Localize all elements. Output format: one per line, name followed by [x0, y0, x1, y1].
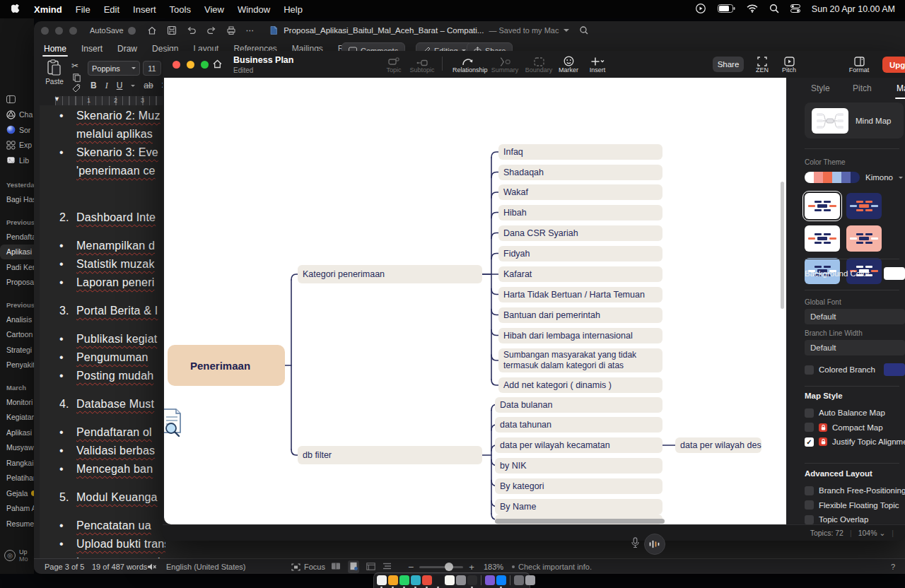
pitch-button[interactable]: Pitch [773, 54, 805, 74]
dock-app-6[interactable] [433, 575, 443, 585]
zoom-button[interactable] [201, 61, 209, 69]
sidebar-nav-exp[interactable]: Exp [0, 138, 34, 153]
tab-draw[interactable]: Draw [117, 44, 137, 54]
subtopic[interactable]: by NIK [495, 458, 662, 474]
sidebar-nav-lib[interactable]: Lib [0, 153, 34, 168]
map-style-justify-topic-alignment[interactable]: ✓Justify Topic Alignment [805, 436, 905, 447]
sidebar-chat-item[interactable]: Resume [0, 516, 34, 531]
subtopic[interactable]: By kategori [495, 478, 662, 494]
checkbox[interactable] [805, 515, 814, 524]
xmind-doc-title[interactable]: Business Plan Edited [233, 55, 293, 74]
web-layout-icon[interactable] [366, 563, 375, 572]
canvas-zoom-level[interactable]: 104% ⌄ [858, 529, 886, 537]
sidebar-chat-item[interactable]: Bagi Has [0, 192, 34, 208]
strikethrough-button[interactable]: ab [144, 81, 153, 90]
subtopic[interactable]: data tahunan [495, 417, 662, 433]
dock-app-9[interactable] [467, 575, 477, 585]
search-icon[interactable] [579, 25, 589, 35]
map-style-compact-map[interactable]: Compact Map [805, 422, 883, 433]
menubar-item-tools[interactable]: Tools [170, 4, 191, 15]
page-indicator[interactable]: Page 3 of 5 [45, 559, 84, 574]
zoom-percentage[interactable]: 183% [484, 559, 503, 574]
sidebar-chat-item[interactable]: Musyaw [0, 440, 34, 456]
dock-app-8[interactable] [456, 575, 466, 585]
font-name-select[interactable]: Poppins [88, 61, 140, 76]
subtopic[interactable]: data per wilayah desa [675, 437, 761, 453]
close-button[interactable] [41, 27, 49, 35]
sidebar-nav-sor[interactable]: Sor [0, 122, 34, 138]
dock-app-3[interactable] [399, 575, 409, 585]
background-color-swatch[interactable] [884, 267, 905, 280]
tab-home[interactable]: Home [44, 44, 66, 54]
control-center-icon[interactable] [790, 4, 800, 15]
sidebar-chat-item[interactable]: Strategi [0, 342, 34, 358]
dock-app-13[interactable] [525, 575, 535, 585]
sidebar-chat-item[interactable]: Monitori [0, 394, 34, 410]
sidebar-toggle-icon[interactable] [0, 92, 34, 107]
tab-stop-marker[interactable]: ▼ [54, 95, 60, 102]
help-button[interactable]: ? [891, 559, 895, 574]
bold-button[interactable]: B [90, 81, 97, 90]
mindmap-canvas[interactable]: PenerimaanKategori penerimaanInfaqShadaq… [164, 78, 786, 524]
subtopic[interactable]: Wakaf [498, 184, 662, 200]
read-mode-icon[interactable] [331, 562, 341, 572]
undo-icon[interactable] [187, 25, 197, 35]
sidebar-chat-item[interactable]: Rangkai [0, 455, 34, 471]
panel-tab-style[interactable]: Style [811, 83, 830, 93]
microphone-icon[interactable] [631, 537, 639, 551]
subtopic[interactable]: Bantuan dari pemerintah [498, 307, 662, 323]
word-count[interactable]: 19 of 487 words [92, 559, 147, 574]
subtopic[interactable]: Infaq [498, 144, 662, 160]
menubar-item-insert[interactable]: Insert [133, 4, 156, 15]
sidebar-chat-item[interactable]: Penyakit [0, 358, 34, 373]
zoom-in-button[interactable]: + [469, 562, 474, 572]
theme-card-2[interactable] [846, 193, 882, 219]
minimize-button[interactable] [55, 27, 63, 35]
menubar-item-edit[interactable]: Edit [104, 4, 119, 15]
dock-app-12[interactable] [514, 575, 524, 585]
underline-button[interactable]: U [117, 81, 123, 90]
format-painter-icon[interactable] [72, 83, 81, 95]
relationship-button[interactable]: Relationship [452, 54, 484, 74]
zoom-button[interactable] [69, 27, 77, 35]
subtopic[interactable]: Add net kategori ( dinamis ) [498, 377, 662, 393]
home-icon[interactable] [147, 25, 157, 35]
advanced-branch-free-positioning[interactable]: Branch Free-Positioning [805, 485, 905, 496]
sidebar-chat-item[interactable]: Analisis [0, 312, 34, 327]
global-font-select[interactable]: Default [805, 309, 905, 324]
print-layout-icon[interactable] [348, 560, 359, 573]
subtopic[interactable]: Sumbangan masyarakat yang tidak termasuk… [498, 348, 662, 372]
advanced-flexible-floating-topic[interactable]: Flexible Floating Topic [805, 500, 899, 511]
menubar-item-window[interactable]: Window [238, 4, 270, 15]
zoom-out-button[interactable]: − [408, 561, 414, 572]
subtopic[interactable]: Dana CSR Syariah [498, 225, 662, 241]
menubar-item-view[interactable]: View [204, 4, 224, 15]
sidebar-chat-item[interactable]: Gejala [0, 486, 34, 501]
checkbox[interactable] [805, 486, 814, 495]
subtopic[interactable]: Harta Tidak Bertuan / Harta Temuan [498, 287, 662, 302]
sidebar-upgrade-button[interactable]: ◎ Up Mo [4, 548, 28, 563]
document-title[interactable]: Proposal_Aplikasi_Baitul_Mal_Aceh_Barat … [284, 26, 484, 35]
battery-icon[interactable] [718, 4, 735, 15]
theme-card-3[interactable] [805, 225, 840, 252]
saved-status[interactable]: — Saved to my Mac [489, 26, 559, 35]
panel-tab-map[interactable]: Map [897, 83, 905, 93]
theme-card-1[interactable] [805, 193, 840, 219]
sidebar-chat-item[interactable]: Pendafta [0, 229, 34, 245]
tab-insert[interactable]: Insert [81, 44, 103, 54]
theme-card-4[interactable] [846, 225, 882, 252]
dock-app-11[interactable] [496, 575, 506, 585]
italic-button[interactable]: I [105, 81, 108, 91]
panel-tab-pitch[interactable]: Pitch [853, 83, 872, 93]
subtopic[interactable]: Kafarat [498, 266, 662, 282]
close-button[interactable] [173, 61, 180, 69]
minimize-button[interactable] [187, 61, 194, 69]
color-theme-select[interactable]: Kimono [805, 172, 903, 183]
wifi-icon[interactable] [747, 4, 758, 15]
zoom-slider[interactable] [419, 566, 463, 568]
checkbox[interactable]: ✓ [805, 437, 814, 447]
cut-icon[interactable]: ✂ [71, 61, 78, 71]
checkbox[interactable] [805, 500, 814, 510]
speaker-muted-icon[interactable] [147, 559, 157, 574]
sidebar-chat-item[interactable]: Cartoon [0, 327, 34, 343]
